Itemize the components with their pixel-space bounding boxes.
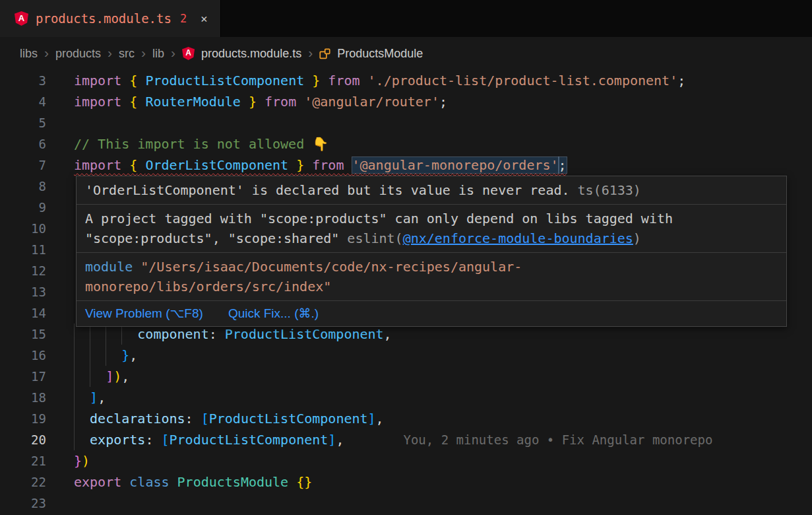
code-line-3[interactable]: 3import { ProductListComponent } from '.… (0, 70, 812, 91)
line-number[interactable]: 23 (0, 493, 46, 514)
chevron-right-icon: › (108, 46, 112, 59)
git-blame-annotation: You, 2 minutes ago • Fix Angular monorep… (403, 429, 712, 450)
line-number[interactable]: 6 (0, 133, 46, 154)
chevron-right-icon: › (171, 46, 175, 59)
angular-file-icon (182, 47, 195, 60)
code-line-7[interactable]: 7import { OrderListComponent } from '@an… (0, 154, 812, 176)
breadcrumb-item-file[interactable]: products.module.ts (201, 47, 301, 61)
code-line-18[interactable]: 18], (0, 387, 812, 408)
hover-popup: 'OrderListComponent' is declared but its… (76, 176, 787, 327)
code-line-21[interactable]: 21}) (0, 450, 812, 471)
close-tab-icon[interactable]: ✕ (201, 12, 207, 25)
eslint-message-line2: "scope:products", "scope:shared" eslint(… (85, 228, 778, 248)
class-symbol-icon (319, 48, 330, 59)
vscode-editor-window: products.module.ts 2 ✕ libs › products ›… (0, 0, 812, 515)
chevron-right-icon: › (308, 46, 313, 59)
code-line-19[interactable]: 19declarations: [ProductListComponent], (0, 408, 812, 429)
angular-file-icon (15, 11, 28, 26)
breadcrumb-item-libs[interactable]: libs (20, 47, 38, 61)
ts-diagnostic-message: 'OrderListComponent' is declared but its… (85, 182, 570, 198)
indent-guide (74, 408, 90, 429)
line-number[interactable]: 8 (0, 176, 46, 197)
eslint-source-open: eslint( (347, 230, 402, 246)
hover-eslint-diagnostic: A project tagged with "scope:products" c… (77, 205, 786, 253)
eslint-message-scopes: "scope:products", "scope:shared" (85, 230, 347, 246)
quick-fix-link[interactable]: Quick Fix... (⌘.) (228, 304, 319, 324)
indent-guide (74, 387, 90, 408)
chevron-right-icon: › (141, 46, 146, 59)
chevron-right-icon: › (44, 46, 49, 59)
line-number[interactable]: 17 (0, 366, 46, 387)
tab-problems-badge: 2 (180, 12, 187, 25)
eslint-source-close: ) (633, 230, 641, 246)
breadcrumb: libs › products › src › lib › products.m… (0, 37, 812, 70)
module-path-part1: "/Users/isaac/Documents/code/nx-recipes/… (133, 259, 522, 275)
line-content: import { OrderListComponent } from '@ang… (74, 154, 567, 176)
line-content: // This import is not allowed 👇 (74, 133, 328, 154)
breadcrumb-item-products[interactable]: products (55, 47, 101, 61)
code-line-17[interactable]: 17]), (0, 366, 812, 387)
line-number[interactable]: 14 (0, 302, 46, 324)
line-number[interactable]: 7 (0, 154, 46, 176)
code-line-5[interactable]: 5 (0, 112, 812, 133)
line-number[interactable]: 19 (0, 408, 46, 429)
hover-module-info: module "/Users/isaac/Documents/code/nx-r… (77, 253, 786, 301)
code-line-22[interactable]: 22export class ProductsModule {} (0, 471, 812, 493)
module-keyword: module (85, 259, 133, 275)
hover-actions: View Problem (⌥F8) Quick Fix... (⌘.) (77, 301, 786, 326)
line-content: exports: [ProductListComponent], (74, 429, 344, 450)
code-line-20[interactable]: 20exports: [ProductListComponent],You, 2… (0, 429, 812, 450)
line-number[interactable]: 16 (0, 345, 46, 366)
line-number[interactable]: 9 (0, 197, 46, 218)
line-content: export class ProductsModule {} (74, 471, 312, 493)
breadcrumb-item-symbol[interactable]: ProductsModule (337, 47, 423, 61)
eslint-rule-link[interactable]: @nx/enforce-module-boundaries (403, 230, 633, 246)
line-content: import { RouterModule } from '@angular/r… (74, 91, 447, 112)
line-content: ]), (74, 366, 129, 387)
line-number[interactable]: 5 (0, 112, 46, 133)
line-number[interactable]: 10 (0, 218, 46, 239)
line-number[interactable]: 12 (0, 260, 46, 281)
module-path-line2: monorepo/libs/orders/src/index" (85, 277, 778, 296)
module-path-line1: module "/Users/isaac/Documents/code/nx-r… (85, 257, 778, 277)
indent-guide (106, 345, 121, 366)
line-number[interactable]: 21 (0, 450, 46, 471)
code-line-4[interactable]: 4import { RouterModule } from '@angular/… (0, 91, 812, 112)
eslint-message-line1: A project tagged with "scope:products" c… (85, 209, 778, 228)
line-number[interactable]: 3 (0, 70, 46, 91)
indent-guide (74, 345, 90, 366)
breadcrumb-item-src[interactable]: src (119, 47, 135, 61)
tab-products-module-ts[interactable]: products.module.ts 2 ✕ (0, 0, 221, 37)
module-path-part2: monorepo/libs/orders/src/index" (85, 279, 331, 294)
line-number[interactable]: 4 (0, 91, 46, 112)
code-line-6[interactable]: 6// This import is not allowed 👇 (0, 133, 812, 154)
indent-guide (74, 366, 90, 387)
line-content: import { ProductListComponent } from './… (74, 70, 685, 91)
line-content: declarations: [ProductListComponent], (74, 408, 384, 429)
line-number[interactable]: 20 (0, 429, 46, 450)
tab-filename: products.module.ts (36, 11, 172, 26)
error-squiggle: import { OrderListComponent } from '@ang… (74, 157, 567, 173)
code-line-16[interactable]: 16}, (0, 345, 812, 366)
breadcrumb-item-lib[interactable]: lib (152, 47, 164, 61)
indent-guide (90, 366, 106, 387)
line-content: }) (74, 450, 90, 471)
line-number[interactable]: 15 (0, 324, 46, 345)
hover-ts-diagnostic: 'OrderListComponent' is declared but its… (77, 176, 786, 205)
indent-guide (74, 429, 90, 450)
line-number[interactable]: 11 (0, 239, 46, 260)
line-number[interactable]: 13 (0, 281, 46, 302)
code-line-23[interactable]: 23 (0, 493, 812, 514)
line-number[interactable]: 22 (0, 471, 46, 493)
indent-guide (90, 345, 106, 366)
line-content: }, (74, 345, 137, 366)
view-problem-link[interactable]: View Problem (⌥F8) (85, 304, 203, 324)
tab-bar: products.module.ts 2 ✕ (0, 0, 812, 37)
line-number[interactable]: 18 (0, 387, 46, 408)
ts-diagnostic-code: ts(6133) (578, 182, 641, 198)
line-content: ], (74, 387, 106, 408)
